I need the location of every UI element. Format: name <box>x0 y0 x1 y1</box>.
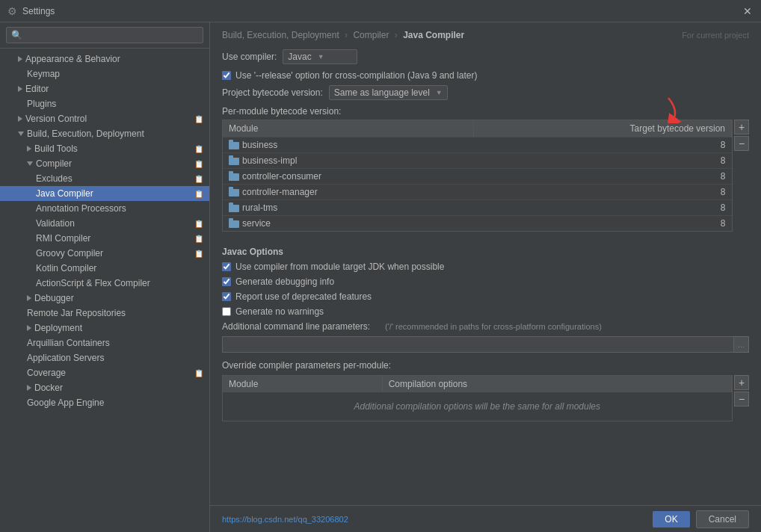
module-version-cell: 8 <box>473 200 731 216</box>
module-version-cell: 8 <box>473 216 731 232</box>
bytecode-version-value: Same as language level <box>334 87 430 98</box>
javac-options-title: Javac Options <box>222 247 749 257</box>
ok-button[interactable]: OK <box>653 511 689 528</box>
sidebar-item-remote-jar[interactable]: Remote Jar Repositories <box>0 306 209 321</box>
use-compiler-label: Use compiler: <box>222 52 277 62</box>
sidebar-item-arquillian[interactable]: Arquillian Containers <box>0 335 209 350</box>
sidebar-item-label: RMI Compiler <box>36 233 90 244</box>
close-button[interactable]: ✕ <box>740 4 755 19</box>
override-col-module: Module <box>223 376 382 392</box>
main-content: Build, Execution, Deployment › Compiler … <box>210 22 761 532</box>
settings-panel: Use compiler: Javac ▼ Use '--release' op… <box>210 45 761 505</box>
sidebar-item-app-servers[interactable]: Application Servers <box>0 350 209 365</box>
sidebar-item-deployment[interactable]: Deployment <box>0 321 209 335</box>
module-version-cell: 8 <box>473 153 731 169</box>
add-module-button[interactable]: + <box>734 120 749 134</box>
cmd-expand-button[interactable]: … <box>734 336 749 353</box>
sidebar-item-label: Coverage <box>27 368 66 378</box>
sidebar-item-actionscript[interactable]: ActionScript & Flex Compiler <box>0 276 209 291</box>
collapse-arrow-icon <box>18 132 24 136</box>
sidebar: Appearance & Behavior Keymap Editor Plug… <box>0 22 210 532</box>
search-input[interactable] <box>6 27 203 43</box>
col-header-module: Module <box>223 120 473 137</box>
modules-table: Module Target bytecode version business … <box>223 120 732 231</box>
sidebar-item-keymap[interactable]: Keymap <box>0 66 209 81</box>
javac-checkbox-row: Generate no warnings <box>222 306 749 317</box>
sidebar-item-label: Appearance & Behavior <box>25 54 120 64</box>
expand-arrow-icon <box>18 116 22 122</box>
folder-icon <box>229 189 239 197</box>
override-empty-message: Additional compilation options will be t… <box>223 392 732 421</box>
expand-arrow-icon <box>18 56 22 62</box>
javac-checkbox-label: Use compiler from module target JDK when… <box>235 262 444 272</box>
sidebar-item-annotation-proc[interactable]: Annotation Processors <box>0 201 209 216</box>
folder-icon <box>229 220 239 228</box>
add-override-button[interactable]: + <box>734 375 749 390</box>
table-row: rural-tms 8 <box>223 200 732 216</box>
sidebar-item-excludes[interactable]: Excludes 📋 <box>0 171 209 186</box>
red-arrow-annotation <box>650 96 687 123</box>
javac-options-section: Javac Options Use compiler from module t… <box>222 247 749 317</box>
sidebar-item-label: ActionScript & Flex Compiler <box>36 278 150 288</box>
sidebar-item-groovy-compiler[interactable]: Groovy Compiler 📋 <box>0 246 209 261</box>
javac-checkbox-label: Generate debugging info <box>235 276 334 287</box>
cmd-input[interactable] <box>222 336 734 353</box>
sidebar-item-java-compiler[interactable]: Java Compiler 📋 <box>0 186 209 201</box>
sidebar-item-coverage[interactable]: Coverage 📋 <box>0 365 209 380</box>
sidebar-item-kotlin-compiler[interactable]: Kotlin Compiler <box>0 261 209 276</box>
module-version-cell: 8 <box>473 185 731 200</box>
remove-override-button[interactable]: − <box>734 392 749 406</box>
module-version-cell: 8 <box>473 169 731 185</box>
expand-arrow-icon <box>18 86 22 92</box>
folder-icon <box>229 173 239 181</box>
sidebar-item-plugins[interactable]: Plugins <box>0 96 209 111</box>
sidebar-item-google-app[interactable]: Google App Engine <box>0 395 209 410</box>
javac-checkbox[interactable] <box>222 292 231 301</box>
sidebar-item-label: Application Servers <box>27 353 104 363</box>
sidebar-item-build-exec[interactable]: Build, Execution, Deployment <box>0 126 209 141</box>
sidebar-item-build-tools[interactable]: Build Tools 📋 <box>0 141 209 156</box>
javac-checkbox[interactable] <box>222 262 231 271</box>
sidebar-ext-icon: 📋 <box>194 190 203 198</box>
breadcrumb-text: Build, Execution, Deployment › Compiler … <box>222 30 464 40</box>
sidebar-ext-icon: 📋 <box>194 369 203 377</box>
override-section: Override compiler parameters per-module:… <box>222 360 749 421</box>
sidebar-item-validation[interactable]: Validation 📋 <box>0 216 209 231</box>
remove-module-button[interactable]: − <box>734 136 749 151</box>
sidebar-nav: Appearance & Behavior Keymap Editor Plug… <box>0 49 209 532</box>
sidebar-ext-icon: 📋 <box>194 175 203 183</box>
release-checkbox[interactable] <box>222 71 231 80</box>
cmd-input-row: … <box>222 336 749 353</box>
sidebar-item-debugger[interactable]: Debugger <box>0 291 209 306</box>
cancel-button[interactable]: Cancel <box>696 510 749 528</box>
sidebar-item-version-control[interactable]: Version Control 📋 <box>0 111 209 126</box>
javac-checkbox[interactable] <box>222 277 231 286</box>
folder-icon <box>229 142 239 149</box>
sidebar-item-compiler[interactable]: Compiler 📋 <box>0 156 209 171</box>
sidebar-ext-icon: 📋 <box>194 160 203 168</box>
compiler-select[interactable]: Javac ▼ <box>283 49 357 64</box>
sidebar-item-label: Build, Execution, Deployment <box>27 129 144 139</box>
sidebar-item-editor[interactable]: Editor <box>0 81 209 96</box>
module-name-cell: business <box>223 137 473 153</box>
select-arrow-icon: ▼ <box>318 53 324 61</box>
bytecode-version-select[interactable]: Same as language level ▼ <box>329 85 448 100</box>
sidebar-item-rmi-compiler[interactable]: RMI Compiler 📋 <box>0 231 209 246</box>
sidebar-item-appearance[interactable]: Appearance & Behavior <box>0 52 209 66</box>
sidebar-item-label: Annotation Processors <box>36 203 126 214</box>
cmd-params-hint: ('/' recommended in paths for cross-plat… <box>385 322 602 331</box>
sidebar-item-label: Deployment <box>34 323 82 333</box>
table-row: business 8 <box>223 137 732 153</box>
sidebar-item-docker[interactable]: Docker <box>0 380 209 395</box>
javac-checkbox[interactable] <box>222 307 231 316</box>
sidebar-ext-icon: 📋 <box>194 220 203 228</box>
javac-checkbox-label: Generate no warnings <box>235 306 324 317</box>
javac-checkbox-row: Generate debugging info <box>222 276 749 287</box>
javac-checkbox-row: Report use of deprecated features <box>222 291 749 302</box>
expand-arrow-icon <box>27 146 31 152</box>
javac-checkbox-row: Use compiler from module target JDK when… <box>222 262 749 272</box>
expand-arrow-icon <box>27 325 31 331</box>
collapse-arrow-icon <box>27 161 33 166</box>
javac-checkboxes: Use compiler from module target JDK when… <box>222 262 749 317</box>
sidebar-ext-icon: 📋 <box>194 235 203 243</box>
